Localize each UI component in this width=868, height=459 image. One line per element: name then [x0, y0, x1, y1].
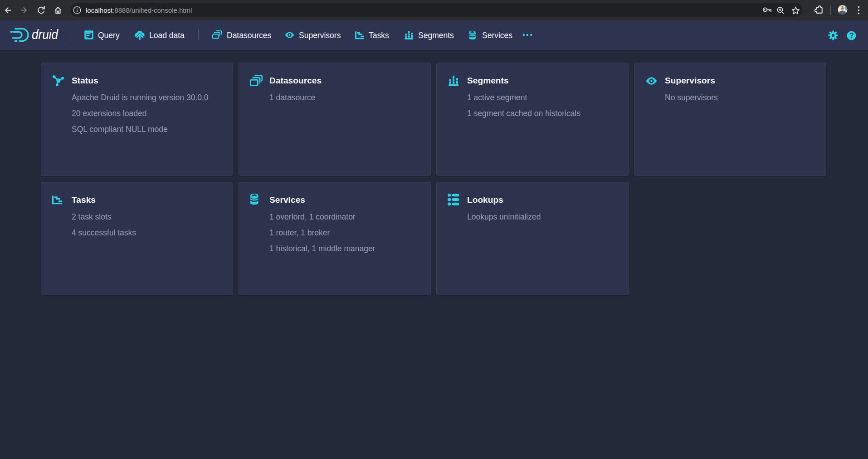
svg-text:?: ?	[849, 32, 854, 39]
